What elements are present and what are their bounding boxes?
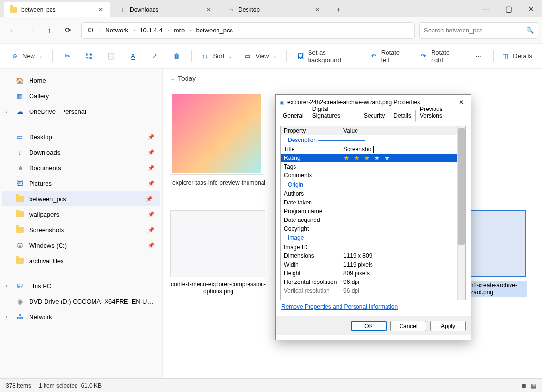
remove-properties-link[interactable]: Remove Properties and Personal Informati… xyxy=(280,300,466,313)
folder-icon xyxy=(15,225,24,234)
crumb-network[interactable]: Network xyxy=(102,27,131,34)
prop-title[interactable]: TitleScreenshot​ xyxy=(281,145,465,154)
back-button[interactable]: ← xyxy=(4,22,21,39)
tab-security[interactable]: Security xyxy=(359,110,389,122)
view-button[interactable]: ▭View⌄ xyxy=(239,47,281,65)
prop-height[interactable]: Height809 pixels xyxy=(281,269,465,278)
tab-desktop[interactable]: ▭ Desktop ✕ xyxy=(221,2,327,17)
sidebar-item-between-pcs[interactable]: between_pcs📌 xyxy=(2,191,160,206)
cut-button[interactable]: ✂ xyxy=(58,47,77,65)
pin-icon: 📌 xyxy=(148,149,155,156)
close-window-button[interactable]: ✕ xyxy=(520,0,542,17)
rotate-right-button[interactable]: ↷Rotate right xyxy=(415,47,466,65)
sidebar-item-desktop[interactable]: ▭Desktop📌 xyxy=(0,129,162,144)
scrollbar-thumb[interactable] xyxy=(458,128,465,245)
prop-tags[interactable]: Tags xyxy=(281,162,465,171)
chevron-down-icon: ⌄ xyxy=(170,76,175,82)
minimize-button[interactable]: — xyxy=(475,0,497,17)
sidebar-item-this-pc[interactable]: ›🖳This PC xyxy=(0,278,162,294)
thumbnail xyxy=(170,92,263,174)
tab-general[interactable]: General xyxy=(279,110,308,122)
details-pane-button[interactable]: ◫Details xyxy=(496,47,536,65)
file-item[interactable]: explorer-tabs-info-preview-thumbnai xyxy=(170,92,267,186)
crumb-between-pcs[interactable]: between_pcs xyxy=(193,27,236,34)
prop-program-name[interactable]: Program name xyxy=(281,207,465,216)
close-tab-icon[interactable]: ✕ xyxy=(206,6,213,13)
tab-previous-versions[interactable]: Previous Versions xyxy=(416,103,468,122)
plus-circle-icon: ⊕ xyxy=(10,51,19,61)
forward-button[interactable]: → xyxy=(22,22,40,39)
crumb-ip[interactable]: 10.1.4.4 xyxy=(137,27,165,34)
breadcrumb[interactable]: 🖳› Network› 10.1.4.4› mro› between_pcs› xyxy=(81,22,415,39)
cancel-button[interactable]: Cancel xyxy=(390,321,426,331)
maximize-button[interactable]: ▢ xyxy=(497,0,520,17)
rotate-right-icon: ↷ xyxy=(418,51,428,61)
sidebar-item-downloads[interactable]: ↓Downloads📌 xyxy=(0,144,162,160)
title-input[interactable]: Screenshot xyxy=(343,146,373,153)
prop-date-taken[interactable]: Date taken xyxy=(281,198,465,207)
prop-image-id[interactable]: Image ID xyxy=(281,243,465,251)
tab-details[interactable]: Details xyxy=(389,110,416,122)
large-icons-view-icon[interactable]: ▦ xyxy=(531,382,536,389)
search-input[interactable]: Search between_pcs 🔍 xyxy=(419,22,538,39)
prop-hres[interactable]: Horizontal resolution96 dpi xyxy=(281,278,465,286)
share-button[interactable]: ↗ xyxy=(145,47,165,65)
sort-button[interactable]: ↑↓Sort⌄ xyxy=(197,47,237,65)
scrollbar[interactable] xyxy=(457,126,465,300)
prop-date-acquired[interactable]: Date acquired xyxy=(281,216,465,224)
sidebar-item-drive-c[interactable]: ⛁Windows (C:)📌 xyxy=(0,237,162,253)
tab-between-pcs[interactable]: between_pcs ✕ xyxy=(4,2,110,17)
new-tab-button[interactable]: ＋ xyxy=(329,2,347,17)
paste-button[interactable]: 📋 xyxy=(101,47,121,65)
close-tab-icon[interactable]: ✕ xyxy=(315,6,322,13)
sidebar-item-dvd[interactable]: ◉DVD Drive (D:) CCCOMA_X64FRE_EN-US_DV9 xyxy=(0,294,162,309)
tab-signatures[interactable]: Digital Signatures xyxy=(308,103,359,122)
sidebar-item-screenshots[interactable]: Screenshots📌 xyxy=(0,222,162,237)
tab-downloads[interactable]: ↓ Downloads ✕ xyxy=(112,2,219,17)
apply-button[interactable]: Apply xyxy=(430,321,466,331)
delete-button[interactable]: 🗑 xyxy=(167,47,186,65)
ok-button[interactable]: OK xyxy=(351,321,387,331)
sidebar-item-onedrive[interactable]: ›☁OneDrive - Personal xyxy=(0,104,162,119)
rename-button[interactable]: A̲ xyxy=(123,47,143,65)
window-controls: — ▢ ✕ xyxy=(475,0,542,17)
properties-dialog: ▣ explorer-24h2-create-archive-wizard.pn… xyxy=(275,94,471,340)
copy-button[interactable]: ⿻ xyxy=(79,47,99,65)
sidebar-item-home[interactable]: 🏠Home xyxy=(0,73,162,88)
prop-comments[interactable]: Comments xyxy=(281,171,465,180)
group-today[interactable]: ⌄Today xyxy=(170,75,534,82)
close-tab-icon[interactable]: ✕ xyxy=(98,6,105,13)
prop-vres[interactable]: Vertical resolution96 dpi xyxy=(281,286,465,295)
dvd-icon: ◉ xyxy=(15,297,24,306)
new-button[interactable]: ⊕New⌄ xyxy=(6,47,47,65)
search-icon: 🔍 xyxy=(526,27,534,34)
picture-icon: 🖼 xyxy=(15,179,24,188)
prop-copyright[interactable]: Copyright xyxy=(281,224,465,233)
prop-dimensions[interactable]: Dimensions1119 x 809 xyxy=(281,251,465,260)
sidebar-item-documents[interactable]: 🗎Documents📌 xyxy=(0,160,162,175)
sidebar-item-archival[interactable]: archival files xyxy=(0,253,162,268)
set-background-button[interactable]: 🖼Set as background xyxy=(292,47,363,65)
more-button[interactable]: ⋯ xyxy=(468,47,488,65)
property-grid[interactable]: Property Value Description ———————— Titl… xyxy=(280,126,466,300)
details-view-icon[interactable]: ≣ xyxy=(521,382,526,389)
thumbnail xyxy=(170,210,265,277)
file-item[interactable]: context-menu-explorer-compression-option… xyxy=(170,210,266,297)
prop-authors[interactable]: Authors xyxy=(281,189,465,198)
refresh-button[interactable]: ⟳ xyxy=(59,22,77,39)
view-icon: ▭ xyxy=(243,51,252,61)
status-size: 61.0 KB xyxy=(81,382,102,389)
rotate-left-button[interactable]: ↶Rotate left xyxy=(365,47,413,65)
up-button[interactable]: ↑ xyxy=(41,22,58,39)
folder-icon xyxy=(10,6,17,14)
sidebar-item-gallery[interactable]: ▦Gallery xyxy=(0,88,162,104)
prop-rating[interactable]: Rating★ ★ ★ ★ ★ xyxy=(281,154,465,162)
desktop-icon: ▭ xyxy=(15,132,24,141)
sidebar-item-pictures[interactable]: 🖼Pictures📌 xyxy=(0,175,162,191)
sidebar-item-wallpapers[interactable]: wallpapers📌 xyxy=(0,206,162,222)
prop-width[interactable]: Width1119 pixels xyxy=(281,260,465,269)
onedrive-icon: ☁ xyxy=(15,107,24,116)
pc-icon: 🖳 xyxy=(85,27,97,34)
crumb-mro[interactable]: mro xyxy=(171,27,187,34)
sidebar-item-network[interactable]: ›🖧Network xyxy=(0,309,162,325)
